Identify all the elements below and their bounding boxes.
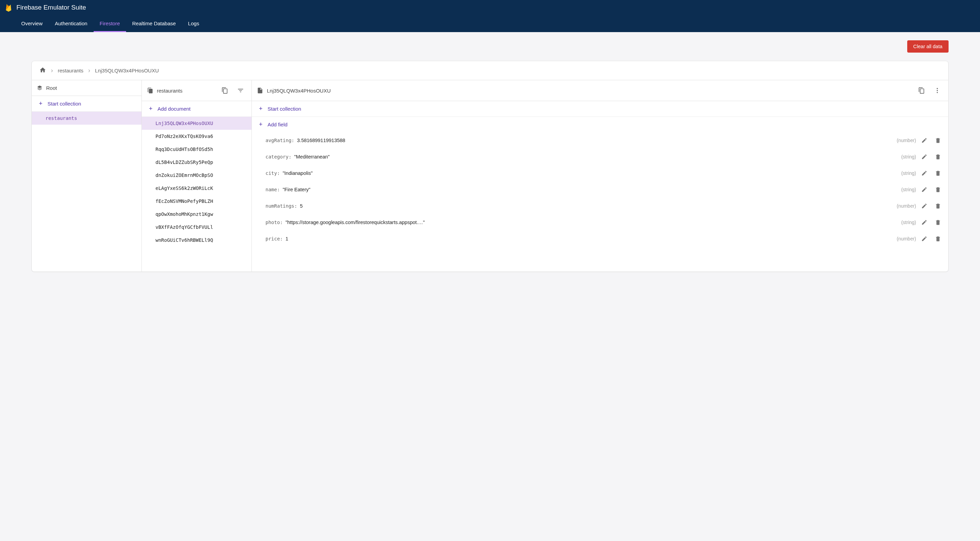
document-list: Lnj35QLQW3x4PHosOUXUPd7oNz2eXKxTQsKO9va6…: [142, 117, 251, 271]
nav-tabs: OverviewAuthenticationFirestoreRealtime …: [5, 16, 975, 32]
field-list: avgRating:3.5816899119913588(number)cate…: [252, 132, 948, 271]
data-panel: › restaurants › Lnj35QLQW3x4PHosOUXU Roo…: [32, 61, 948, 272]
collection-item[interactable]: restaurants: [32, 112, 142, 125]
field-row: city:"Indianapolis"(string): [252, 165, 948, 181]
field-type: (number): [897, 236, 916, 241]
start-collection-label: Start collection: [48, 101, 81, 106]
field-row: name:"Fire Eatery"(string): [252, 181, 948, 198]
home-icon[interactable]: [39, 67, 46, 75]
edit-icon[interactable]: [919, 151, 930, 162]
field-type: (string): [901, 154, 916, 160]
add-field-label: Add field: [267, 122, 287, 127]
tab-firestore[interactable]: Firestore: [94, 16, 126, 32]
root-column-title: Root: [46, 85, 57, 91]
firebase-logo-icon: [5, 3, 12, 12]
collection-icon: [146, 87, 153, 94]
field-value: "Mediterranean": [294, 154, 899, 160]
breadcrumb-document[interactable]: Lnj35QLQW3x4PHosOUXU: [95, 68, 159, 73]
field-type: (number): [897, 138, 916, 143]
start-collection-button[interactable]: + Start collection: [32, 96, 142, 112]
field-row: photo:"https://storage.googleapis.com/fi…: [252, 214, 948, 230]
edit-icon[interactable]: [919, 233, 930, 244]
field-row: category:"Mediterranean"(string): [252, 149, 948, 165]
document-item[interactable]: dnZokuiZOEmrnMOcBpSO: [142, 169, 251, 182]
documents-column: restaurants + Add document Lnj35QLQW3x4P…: [142, 80, 252, 271]
delete-icon[interactable]: [932, 184, 943, 195]
delete-icon[interactable]: [932, 151, 943, 162]
field-key: city:: [266, 170, 280, 176]
edit-icon[interactable]: [919, 135, 930, 146]
document-item[interactable]: qpOwXmohoMhKpnzt1Kgw: [142, 208, 251, 221]
field-row: avgRating:3.5816899119913588(number): [252, 132, 948, 149]
clear-all-data-button[interactable]: Clear all data: [907, 40, 948, 52]
tab-logs[interactable]: Logs: [182, 16, 205, 32]
field-key: numRatings:: [266, 203, 297, 209]
start-subcollection-button[interactable]: + Start collection: [252, 101, 948, 117]
add-document-button[interactable]: + Add document: [142, 101, 251, 117]
delete-icon[interactable]: [932, 200, 943, 211]
document-title: Lnj35QLQW3x4PHosOUXU: [267, 88, 331, 94]
plus-icon: +: [148, 105, 153, 113]
field-type: (string): [901, 187, 916, 192]
app-header: Firebase Emulator Suite OverviewAuthenti…: [0, 0, 980, 32]
add-field-button[interactable]: + Add field: [252, 117, 948, 132]
document-item[interactable]: dL5B4vLDZZubSRy5PeQp: [142, 156, 251, 169]
toolbar: Clear all data: [0, 32, 980, 52]
start-subcollection-label: Start collection: [267, 106, 301, 112]
copy-icon[interactable]: [915, 84, 928, 97]
document-detail-column: Lnj35QLQW3x4PHosOUXU + Start collection …: [252, 80, 948, 271]
field-key: avgRating:: [266, 138, 294, 143]
field-value: "https://storage.googleapis.com/firestor…: [286, 220, 899, 225]
document-icon: [257, 87, 264, 94]
field-type: (string): [901, 220, 916, 225]
document-item[interactable]: wnRoGUiCTv6hRBWELl9Q: [142, 233, 251, 247]
field-key: photo:: [266, 220, 283, 225]
field-value: "Fire Eatery": [283, 187, 898, 192]
collection-list: restaurants: [32, 112, 142, 271]
document-item[interactable]: eLAgYxeSS6k2zWORiLcK: [142, 182, 251, 195]
documents-column-title: restaurants: [157, 88, 183, 94]
delete-icon[interactable]: [932, 233, 943, 244]
delete-icon[interactable]: [932, 217, 943, 228]
document-item[interactable]: fEcZoNSVMNoPefyPBLZH: [142, 195, 251, 208]
field-key: category:: [266, 154, 291, 160]
field-value: 1: [286, 236, 894, 241]
field-type: (number): [897, 203, 916, 209]
edit-icon[interactable]: [919, 217, 930, 228]
plus-icon: +: [258, 121, 264, 128]
database-icon: [37, 85, 43, 91]
more-vert-icon[interactable]: [931, 84, 943, 97]
copy-icon[interactable]: [219, 84, 231, 97]
tab-authentication[interactable]: Authentication: [49, 16, 94, 32]
add-document-label: Add document: [158, 106, 191, 112]
field-row: numRatings:5(number): [252, 198, 948, 214]
breadcrumb-collection[interactable]: restaurants: [58, 68, 83, 73]
breadcrumb: › restaurants › Lnj35QLQW3x4PHosOUXU: [32, 61, 948, 80]
tab-overview[interactable]: Overview: [15, 16, 49, 32]
svg-point-2: [937, 92, 938, 93]
edit-icon[interactable]: [919, 200, 930, 211]
field-key: price:: [266, 236, 283, 241]
delete-icon[interactable]: [932, 135, 943, 146]
field-type: (string): [901, 170, 916, 176]
field-key: name:: [266, 187, 280, 192]
filter-icon[interactable]: [234, 84, 247, 97]
svg-point-1: [937, 90, 938, 91]
edit-icon[interactable]: [919, 168, 930, 179]
chevron-right-icon: ›: [88, 67, 90, 74]
tab-realtime-database[interactable]: Realtime Database: [126, 16, 182, 32]
document-item[interactable]: vBXfFAzOfqYGCfbFVULl: [142, 221, 251, 233]
delete-icon[interactable]: [932, 168, 943, 179]
root-column: Root + Start collection restaurants: [32, 80, 142, 271]
plus-icon: +: [38, 100, 43, 107]
field-row: price:1(number): [252, 230, 948, 247]
field-value: 5: [300, 203, 894, 209]
chevron-right-icon: ›: [51, 67, 53, 74]
field-value: 3.5816899119913588: [297, 138, 894, 143]
document-item[interactable]: Pd7oNz2eXKxTQsKO9va6: [142, 130, 251, 143]
document-item[interactable]: Lnj35QLQW3x4PHosOUXU: [142, 117, 251, 130]
field-value: "Indianapolis": [283, 170, 898, 176]
edit-icon[interactable]: [919, 184, 930, 195]
document-item[interactable]: Rqq3DcuUdHTsOBfOSd5h: [142, 143, 251, 156]
svg-point-0: [937, 88, 938, 89]
